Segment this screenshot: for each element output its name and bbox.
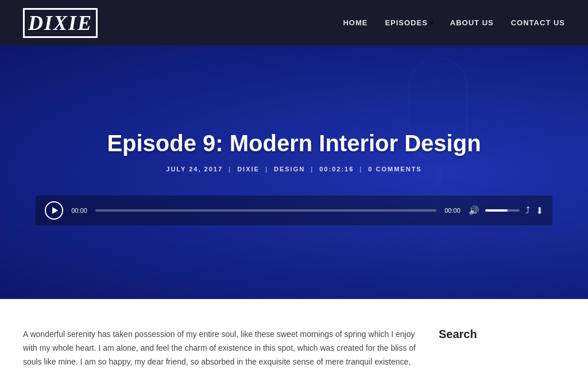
volume-slider[interactable] <box>485 209 520 212</box>
article-body: A wonderful serenity has taken possessio… <box>23 328 416 368</box>
meta-category: DESIGN <box>274 166 305 172</box>
separator-4: | <box>359 166 362 172</box>
meta-date: JULY 24, 2017 <box>166 166 223 172</box>
meta-author: DIXIE <box>237 166 260 172</box>
download-button[interactable]: ⬇ <box>536 205 543 216</box>
episode-title: Episode 9: Modern Interior Design <box>36 131 552 156</box>
end-time: 00:00 <box>442 207 463 214</box>
nav-contact[interactable]: CONTACT US <box>511 18 565 27</box>
nav-home[interactable]: HOME <box>343 18 368 27</box>
hero-content: Episode 9: Modern Interior Design JULY 2… <box>24 108 564 237</box>
progress-bar[interactable] <box>95 209 436 212</box>
current-time: 00:00 <box>69 207 90 214</box>
content-area: A wonderful serenity has taken possessio… <box>0 299 588 368</box>
nav-about[interactable]: ABOUT US <box>450 18 494 27</box>
search-heading: Search <box>439 328 565 341</box>
separator-1: | <box>229 166 231 172</box>
separator-3: | <box>311 166 314 172</box>
site-header: Dixie HOME EPISODES ▾ ABOUT US CONTACT U… <box>0 0 588 45</box>
meta-comments: 0 COMMENTS <box>368 166 421 172</box>
volume-fill <box>485 209 508 212</box>
main-nav: HOME EPISODES ▾ ABOUT US CONTACT US <box>343 18 565 27</box>
audio-player: 00:00 00:00 🔊 ⤴ ⬇ <box>36 195 552 225</box>
hero-section: Episode 9: Modern Interior Design JULY 2… <box>0 45 588 299</box>
chevron-down-icon: ▾ <box>430 20 433 26</box>
site-logo[interactable]: Dixie <box>23 8 98 38</box>
volume-button[interactable]: 🔊 <box>469 205 479 216</box>
share-button[interactable]: ⤴ <box>525 205 530 216</box>
nav-episodes[interactable]: EPISODES <box>385 18 427 27</box>
meta-duration: 00:02:16 <box>319 166 354 172</box>
sidebar: Search <box>439 328 565 368</box>
main-content: A wonderful serenity has taken possessio… <box>23 328 416 368</box>
separator-2: | <box>265 166 268 172</box>
play-button[interactable] <box>45 201 63 220</box>
nav-episodes-wrapper[interactable]: EPISODES ▾ <box>385 18 432 27</box>
episode-meta: JULY 24, 2017 | DIXIE | DESIGN | 00:02:1… <box>36 166 552 172</box>
